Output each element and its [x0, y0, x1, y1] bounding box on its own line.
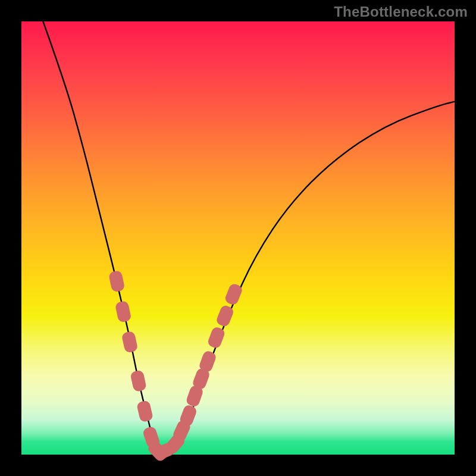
svg-rect-0	[108, 270, 126, 293]
marker	[130, 369, 147, 392]
curve-svg	[21, 21, 455, 455]
svg-rect-4	[136, 400, 154, 422]
chart-frame: TheBottleneck.com	[0, 0, 476, 476]
plot-area	[21, 21, 455, 455]
svg-rect-1	[115, 300, 132, 323]
marker	[108, 270, 126, 293]
watermark-text: TheBottleneck.com	[334, 4, 468, 20]
svg-rect-3	[130, 369, 147, 392]
marker	[115, 300, 132, 323]
svg-rect-2	[121, 331, 139, 353]
marker	[121, 331, 139, 353]
bottleneck-curve	[43, 21, 455, 452]
marker-group	[108, 270, 243, 463]
marker	[136, 400, 154, 422]
